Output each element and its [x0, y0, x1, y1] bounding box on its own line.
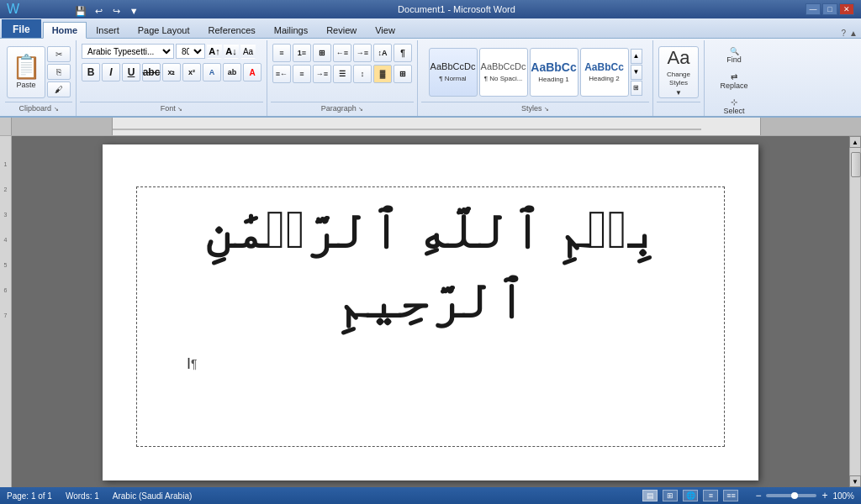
language-status: Arabic (Saudi Arabia): [113, 491, 193, 501]
save-qat-btn[interactable]: 💾: [73, 4, 88, 18]
styles-expand-btn[interactable]: ⊞: [631, 81, 642, 96]
editing-group: 🔍 Find ⇄ Replace ⊹ Select Editing: [705, 40, 763, 116]
numbering-btn[interactable]: 1≡: [293, 44, 311, 62]
arabic-text-content[interactable]: بِسۡمِ ٱللَّهِ ٱلرَّحۡمَٰنِ ٱلرَّحِيمِ: [136, 195, 725, 334]
tab-references[interactable]: References: [199, 21, 265, 38]
close-btn[interactable]: ✕: [839, 3, 854, 15]
ruler-bar: [0, 118, 861, 136]
copy-button[interactable]: ⎘: [47, 64, 71, 80]
ribbon-collapse-btn[interactable]: ▲: [849, 29, 858, 38]
replace-button[interactable]: ⇄ Replace: [712, 69, 756, 92]
redo-qat-btn[interactable]: ↪: [108, 4, 124, 18]
text-highlight-btn[interactable]: ab: [223, 63, 241, 81]
borders-btn[interactable]: ⊞: [394, 65, 412, 83]
show-marks-btn[interactable]: ¶: [394, 44, 412, 62]
scroll-thumb[interactable]: [851, 152, 861, 177]
scroll-down-btn[interactable]: ▼: [849, 475, 861, 487]
style-nospace-preview: AaBbCcDc: [481, 61, 526, 72]
maximize-btn[interactable]: □: [822, 3, 837, 15]
outline-btn[interactable]: ≡: [703, 490, 718, 501]
underline-button[interactable]: U: [122, 63, 140, 81]
cut-button[interactable]: ✂: [47, 46, 71, 62]
style-normal-preview: AaBbCcDc: [430, 61, 476, 72]
text-effects-btn[interactable]: A: [203, 63, 221, 81]
superscript-button[interactable]: x²: [182, 63, 201, 81]
format-painter-button[interactable]: 🖌: [47, 81, 71, 97]
words-status: Words: 1: [66, 491, 99, 501]
help-btn[interactable]: ?: [842, 29, 847, 38]
strikethrough-button[interactable]: abc: [142, 63, 161, 81]
ruler-corner: [0, 118, 12, 135]
align-left-btn[interactable]: ≡←: [272, 65, 291, 83]
styles-scroll-up-btn[interactable]: ▲: [631, 49, 642, 64]
undo-qat-btn[interactable]: ↩: [91, 4, 106, 18]
tab-insert[interactable]: Insert: [87, 21, 129, 38]
decrease-indent-btn[interactable]: ←≡: [333, 44, 351, 62]
increase-indent-btn[interactable]: →≡: [353, 44, 372, 62]
styles-scroll-down-btn[interactable]: ▼: [631, 65, 642, 80]
zoom-slider[interactable]: [766, 494, 816, 497]
main-area: 1 2 3 4 5 6 7 بِسۡمِ ٱللَّهِ ٱلرَّحۡمَٰن…: [0, 136, 861, 487]
full-screen-btn[interactable]: ⊞: [663, 490, 678, 501]
change-styles-label: Change Styles: [664, 71, 693, 87]
zoom-plus-btn[interactable]: +: [821, 490, 827, 501]
font-color-btn[interactable]: A: [243, 63, 261, 81]
scroll-up-btn[interactable]: ▲: [849, 136, 861, 148]
tab-mailings[interactable]: Mailings: [265, 21, 317, 38]
clipboard-group-label: Clipboard ↘: [5, 102, 72, 114]
select-label: Select: [723, 107, 744, 115]
paste-button[interactable]: 📋 Paste: [7, 46, 45, 98]
style-h2-label: Heading 2: [589, 75, 619, 82]
italic-button[interactable]: I: [102, 63, 120, 81]
style-heading1[interactable]: AaBbCc Heading 1: [530, 48, 578, 97]
style-normal[interactable]: AaBbCcDc ¶ Normal: [429, 48, 478, 97]
font-size-decrease-btn[interactable]: A↓: [224, 44, 239, 59]
font-size-increase-btn[interactable]: A↑: [207, 44, 222, 59]
tab-review[interactable]: Review: [317, 21, 366, 38]
title-bar: W 💾 ↩ ↪ ▼ Document1 - Microsoft Word — □…: [0, 0, 861, 18]
align-center-btn[interactable]: ≡: [293, 65, 311, 83]
styles-scroll-buttons: ▲ ▼ ⊞: [631, 49, 642, 96]
shading-btn[interactable]: ▓: [373, 65, 392, 83]
sort-btn[interactable]: ↕A: [373, 44, 392, 62]
styles-group: AaBbCcDc ¶ Normal AaBbCcDc ¶ No Spaci...…: [418, 40, 653, 116]
line-spacing-btn[interactable]: ↕: [353, 65, 372, 83]
ribbon: 📋 Paste ✂ ⎘ 🖌 Clipboard ↘ Arabic Typeset…: [0, 39, 861, 118]
scroll-track[interactable]: [849, 148, 861, 475]
select-button[interactable]: ⊹ Select: [712, 94, 756, 118]
align-right-btn[interactable]: →≡: [313, 65, 331, 83]
tab-home[interactable]: Home: [43, 22, 87, 39]
cursor-line: I ¶: [136, 351, 725, 376]
bold-button[interactable]: B: [82, 63, 100, 81]
zoom-level: 100%: [832, 491, 854, 501]
web-layout-btn[interactable]: 🌐: [683, 490, 698, 501]
paragraph-group: ≡ 1≡ ⊞ ←≡ →≡ ↕A ¶ ≡← ≡ →≡ ☰ ↕ ▓ ⊞ Paragr…: [267, 40, 418, 116]
bullets-btn[interactable]: ≡: [272, 44, 291, 62]
change-styles-button[interactable]: Aа Change Styles ▼: [658, 46, 699, 98]
paragraph-align-row: ≡← ≡ →≡ ☰ ↕ ▓ ⊞: [272, 65, 412, 83]
justify-btn[interactable]: ☰: [333, 65, 351, 83]
zoom-minus-btn[interactable]: −: [755, 490, 761, 501]
tab-view[interactable]: View: [366, 21, 404, 38]
paragraph-list-row: ≡ 1≡ ⊞ ←≡ →≡ ↕A ¶: [272, 44, 412, 62]
change-styles-icon: Aа: [668, 47, 690, 69]
multilevel-btn[interactable]: ⊞: [313, 44, 331, 62]
tab-page-layout[interactable]: Page Layout: [129, 21, 199, 38]
font-group-label: Font ↘: [80, 102, 263, 114]
print-layout-btn[interactable]: ▤: [642, 490, 658, 501]
style-nospace-label: ¶ No Spaci...: [484, 75, 523, 82]
clear-formatting-btn[interactable]: Aa: [240, 44, 256, 59]
style-no-spacing[interactable]: AaBbCcDc ¶ No Spaci...: [479, 48, 528, 97]
document-area[interactable]: بِسۡمِ ٱللَّهِ ٱلرَّحۡمَٰنِ ٱلرَّحِيمِ I…: [12, 136, 849, 487]
draft-btn[interactable]: ≡≡: [723, 490, 738, 501]
font-family-select[interactable]: Arabic Typesetti...: [82, 44, 174, 59]
window-title: Document1 - Microsoft Word: [108, 4, 806, 14]
minimize-btn[interactable]: —: [806, 3, 821, 15]
document-page[interactable]: بِسۡمِ ٱللَّهِ ٱلرَّحۡمَٰنِ ٱلرَّحِيمِ I…: [103, 144, 758, 480]
qat-more-btn[interactable]: ▼: [126, 4, 141, 18]
style-heading2[interactable]: AaBbCc Heading 2: [580, 48, 629, 97]
subscript-button[interactable]: x₂: [162, 63, 181, 81]
tab-file[interactable]: File: [2, 19, 41, 38]
font-size-select[interactable]: 80: [176, 44, 205, 59]
find-button[interactable]: 🔍 Find: [712, 44, 756, 67]
